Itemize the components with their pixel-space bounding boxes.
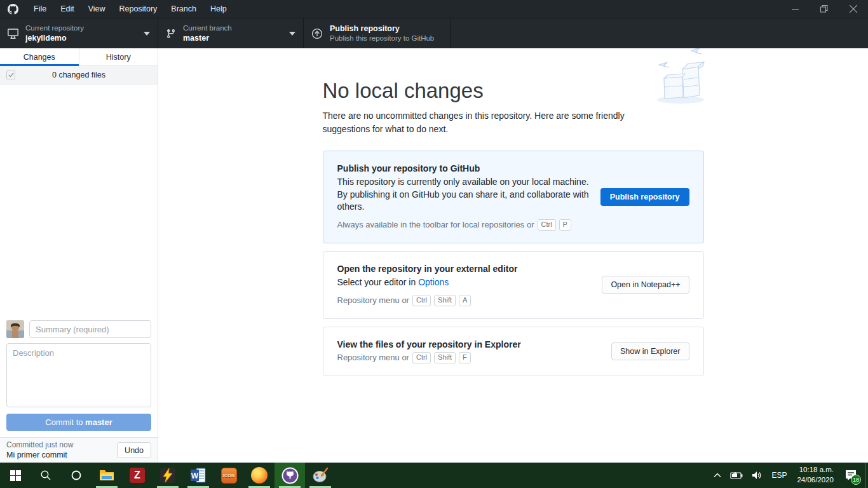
taskbar-github-desktop-icon[interactable] <box>275 463 305 488</box>
current-branch-name: master <box>183 33 232 43</box>
taskbar-date: 24/06/2020 <box>797 475 834 485</box>
chevron-down-icon <box>289 32 295 36</box>
options-link[interactable]: Options <box>418 277 449 287</box>
github-logo-icon <box>8 4 18 15</box>
kbd-ctrl: Ctrl <box>412 352 431 363</box>
publish-repository-toolbar-button[interactable]: Publish repository Publish this reposito… <box>304 18 451 48</box>
tab-changes[interactable]: Changes <box>0 48 79 65</box>
page-subtitle: There are no uncommitted changes in this… <box>323 109 644 136</box>
upload-icon <box>311 28 323 39</box>
taskbar-icon-app-icon[interactable]: ICON <box>214 463 244 488</box>
taskbar-paint-icon[interactable] <box>305 463 336 488</box>
current-repository-dropdown[interactable]: Current repository jekylldemo <box>0 18 158 48</box>
search-icon[interactable] <box>31 463 61 488</box>
publish-repository-card: Publish your repository to GitHub This r… <box>323 151 704 243</box>
notification-count-badge: 18 <box>851 475 861 485</box>
github-desktop-window: File Edit View Repository Branch Help Cu… <box>0 0 868 488</box>
current-branch-dropdown[interactable]: Current branch master <box>158 18 304 48</box>
summary-input[interactable] <box>29 320 151 338</box>
publish-repository-subtitle: Publish this repository to GitHub <box>330 34 434 43</box>
sidebar: Changes History 0 changed files Commit <box>0 48 158 463</box>
open-in-editor-card: Open the repository in your external edi… <box>323 251 704 319</box>
svg-text:W: W <box>191 471 199 480</box>
current-repository-name: jekylldemo <box>25 33 84 43</box>
menu-file[interactable]: File <box>27 0 53 18</box>
close-button[interactable] <box>839 0 868 18</box>
select-all-checkbox[interactable] <box>6 71 15 79</box>
app-body: Changes History 0 changed files Commit <box>0 48 868 463</box>
card-shortcut-hint: Always available in the toolbar for loca… <box>337 219 589 231</box>
window-controls <box>780 0 868 18</box>
taskbar-winamp-icon[interactable] <box>153 463 183 488</box>
undo-button[interactable]: Undo <box>117 442 151 458</box>
undo-commit-strip: Committed just now Mi primer commit Undo <box>0 437 158 463</box>
card-body: This repository is currently only availa… <box>337 176 589 214</box>
kbd-a: A <box>459 295 471 306</box>
show-in-explorer-card: View the files of your repository in Exp… <box>323 327 704 376</box>
action-center-icon[interactable]: 18 <box>839 463 865 488</box>
card-title: Publish your repository to GitHub <box>337 163 589 173</box>
git-branch-icon <box>166 29 176 39</box>
card-shortcut-hint: Repository menu or Ctrl Shift A <box>337 295 591 306</box>
menu-edit[interactable]: Edit <box>53 0 81 18</box>
open-in-notepad-button[interactable]: Open in Notepad++ <box>602 276 689 294</box>
sidebar-tabs: Changes History <box>0 48 158 66</box>
restore-button[interactable] <box>810 0 839 18</box>
current-branch-label: Current branch <box>183 24 232 32</box>
battery-icon[interactable] <box>726 463 747 488</box>
changed-files-count: 0 changed files <box>52 71 105 79</box>
changed-files-row: 0 changed files <box>0 66 158 85</box>
taskbar-file-explorer-icon[interactable] <box>92 463 122 488</box>
start-button[interactable] <box>0 463 31 488</box>
commit-status-text: Committed just now <box>6 440 73 450</box>
tab-history[interactable]: History <box>79 48 158 65</box>
taskbar-word-icon[interactable]: W <box>183 463 214 488</box>
commit-to-master-button[interactable]: Commit to master <box>6 414 151 431</box>
language-indicator[interactable]: ESP <box>767 463 791 488</box>
toolbar: Current repository jekylldemo Current br… <box>0 18 868 48</box>
menu-branch[interactable]: Branch <box>164 0 203 18</box>
monitor-icon <box>8 28 18 39</box>
volume-icon[interactable] <box>747 463 767 488</box>
last-commit-message: Mi primer commit <box>6 450 73 461</box>
paper-boxes-illustration <box>654 48 707 108</box>
minimize-button[interactable] <box>780 0 810 18</box>
taskbar-firefox-icon[interactable] <box>244 463 275 488</box>
main-panel: No local changes There are no uncommitte… <box>158 48 868 463</box>
kbd-shift: Shift <box>434 352 456 363</box>
menu-view[interactable]: View <box>81 0 112 18</box>
cortana-icon[interactable] <box>61 463 92 488</box>
card-title: View the files of your repository in Exp… <box>337 339 600 349</box>
system-tray: ESP 10:18 a.m. 24/06/2020 18 <box>709 463 868 488</box>
taskbar-clock[interactable]: 10:18 a.m. 24/06/2020 <box>791 465 839 485</box>
kbd-shift: Shift <box>434 295 456 306</box>
kbd-ctrl: Ctrl <box>412 295 431 306</box>
kbd-f: F <box>459 352 471 363</box>
menu-help[interactable]: Help <box>203 0 234 18</box>
commit-form: Commit to master <box>0 314 158 437</box>
card-shortcut-hint: Repository menu or Ctrl Shift F <box>337 352 600 363</box>
publish-repository-button[interactable]: Publish repository <box>600 188 689 206</box>
card-body: Select your editor in Options <box>337 276 591 289</box>
menu-repository[interactable]: Repository <box>112 0 165 18</box>
kbd-ctrl: Ctrl <box>538 219 556 231</box>
chevron-down-icon <box>144 32 150 36</box>
user-avatar <box>6 320 24 338</box>
changes-list-empty-area <box>0 85 158 314</box>
show-in-explorer-button[interactable]: Show in Explorer <box>611 342 689 360</box>
page-title: No local changes <box>323 79 704 103</box>
titlebar: File Edit View Repository Branch Help <box>0 0 868 18</box>
card-title: Open the repository in your external edi… <box>337 264 591 274</box>
tray-chevron-up-icon[interactable] <box>709 463 726 488</box>
windows-taskbar: Z W ICON ESP <box>0 463 868 488</box>
publish-repository-title: Publish repository <box>330 24 434 34</box>
kbd-p: P <box>559 219 571 231</box>
taskbar-zotero-icon[interactable]: Z <box>122 463 153 488</box>
current-repository-label: Current repository <box>25 24 84 32</box>
description-input[interactable] <box>6 343 151 407</box>
show-desktop-button[interactable] <box>865 463 868 488</box>
taskbar-time: 10:18 a.m. <box>797 465 834 475</box>
